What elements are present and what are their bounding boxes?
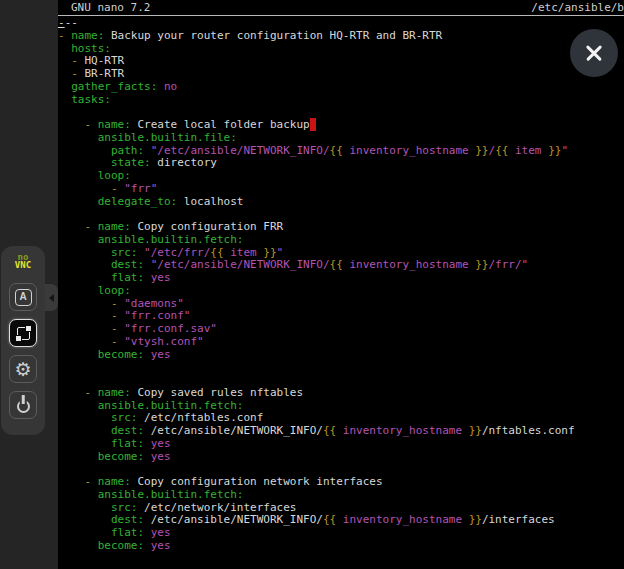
code-line: - name: Copy saved rules nftables	[58, 386, 303, 399]
code-line: become: yes	[58, 539, 171, 552]
code-line: become: yes	[58, 348, 171, 361]
close-icon	[584, 43, 604, 63]
code-line: become: yes	[58, 450, 171, 463]
power-icon	[17, 400, 30, 413]
novnc-logo-vnc: VNC	[15, 261, 31, 269]
code-line: src: "/etc/frr/{{ item }}"	[58, 246, 283, 259]
code-line: flat: yes	[58, 526, 171, 539]
code-line: loop:	[58, 284, 131, 297]
code-line: - "frr"	[58, 182, 157, 195]
keyboard-icon: A	[15, 289, 32, 306]
close-button[interactable]	[570, 29, 618, 77]
code-line: src: /etc/network/interfaces	[58, 501, 296, 514]
code-line: - HQ-RTR	[58, 54, 124, 67]
code-line: - BR-RTR	[58, 67, 124, 80]
nano-file-path: /etc/ansible/b	[531, 0, 624, 15]
nano-titlebar: GNU nano 7.2 /etc/ansible/b	[58, 0, 624, 16]
code-line: path: "/etc/ansible/NETWORK_INFO/{{ inve…	[58, 144, 568, 157]
text-cursor	[310, 118, 317, 131]
code-line: delegate_to: localhost	[58, 195, 243, 208]
code-line: ansible.builtin.fetch:	[58, 488, 243, 501]
code-line: loop:	[58, 169, 131, 182]
code-line: dest: /etc/ansible/NETWORK_INFO/{{ inven…	[58, 513, 555, 526]
code-line: - "daemons"	[58, 297, 184, 310]
code-line: ansible.builtin.fetch:	[58, 399, 243, 412]
fullscreen-button[interactable]	[9, 319, 37, 347]
vnc-control-panel: no VNC A ⚙	[1, 246, 45, 435]
novnc-logo: no VNC	[15, 253, 31, 269]
collapse-left-icon	[49, 294, 54, 302]
code-line: dest: "/etc/ansible/NETWORK_INFO/{{ inve…	[58, 258, 528, 271]
code-line: - name: Backup your router configuration…	[58, 29, 442, 42]
code-line: ---	[58, 16, 78, 29]
code-line: - name: Create local folder backup	[58, 118, 316, 131]
gear-icon: ⚙	[14, 360, 31, 379]
code-line: - name: Copy configuration FRR	[58, 220, 283, 233]
code-line: - name: Copy configuration network inter…	[58, 475, 383, 488]
keyboard-button[interactable]: A	[9, 283, 37, 311]
fullscreen-icon	[17, 327, 30, 340]
code-line: src: /etc/nftables.conf	[58, 411, 263, 424]
code-line: gather_facts: no	[58, 80, 177, 93]
code-line: tasks:	[58, 93, 111, 106]
nano-app-title: GNU nano 7.2	[71, 0, 150, 15]
code-line: dest: /etc/ansible/NETWORK_INFO/{{ inven…	[58, 424, 575, 437]
editor-content[interactable]: --- - name: Backup your router configura…	[58, 17, 575, 553]
code-line: - "vtysh.conf"	[58, 335, 204, 348]
code-line: ansible.builtin.fetch:	[58, 233, 243, 246]
code-line: flat: yes	[58, 271, 171, 284]
code-line: ansible.builtin.file:	[58, 131, 237, 144]
code-line: - "frr.conf"	[58, 309, 190, 322]
vnc-control-strip: no VNC A ⚙	[0, 0, 58, 569]
power-button[interactable]	[9, 391, 37, 419]
settings-button[interactable]: ⚙	[9, 355, 37, 383]
code-line: - "frr.conf.sav"	[58, 322, 217, 335]
code-line: hosts:	[58, 42, 111, 55]
vnc-session: no VNC A ⚙ GNU nano 7.2 /etc/ansible/b -	[0, 0, 624, 569]
code-line: state: directory	[58, 156, 217, 169]
code-line: flat: yes	[58, 437, 171, 450]
vnc-screen[interactable]: GNU nano 7.2 /etc/ansible/b --- - name: …	[58, 0, 624, 569]
control-bar-handle[interactable]	[45, 284, 58, 311]
